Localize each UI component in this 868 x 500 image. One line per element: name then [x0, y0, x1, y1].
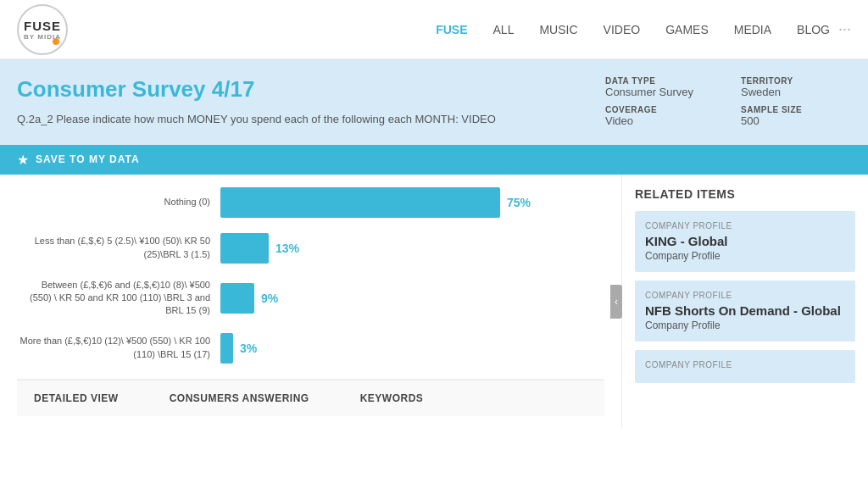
meta-territory-value: Sweden — [741, 86, 843, 98]
related-card-0-title: KING - Global — [645, 234, 845, 248]
meta-sample-size: SAMPLE SIZE 500 — [741, 105, 843, 127]
save-bar[interactable]: ★ SAVE TO MY DATA — [0, 145, 868, 175]
bar-2 — [220, 283, 254, 314]
nav-item-blog[interactable]: BLOG — [797, 23, 830, 36]
nav-item-media[interactable]: MEDIA — [734, 23, 771, 36]
related-card-1-type: COMPANY PROFILE — [645, 291, 845, 300]
bar-container-3: 3% — [220, 333, 604, 364]
chart-label-2: Between (£,$,€)6 and (£,$,€)10 (8)\ ¥500… — [17, 279, 220, 318]
tab-keywords[interactable]: KEYWORDS — [360, 392, 424, 404]
related-card-1-title: NFB Shorts On Demand - Global — [645, 303, 845, 318]
chart-area: Nothing (0) 75% Less than (£,$,€) 5 (2.5… — [0, 175, 622, 429]
bar-pct-3: 3% — [240, 342, 257, 355]
meta-territory-label: TERRITORY — [741, 76, 843, 86]
bar-container-1: 13% — [220, 233, 604, 264]
chart-label-0: Nothing (0) — [17, 196, 220, 208]
meta-coverage-value: Video — [605, 114, 707, 127]
nav-item-games[interactable]: GAMES — [665, 23, 709, 36]
logo-dot — [53, 38, 59, 45]
bar-container-0: 75% — [220, 187, 604, 218]
chart-label-3: More than (£,$,€)10 (12)\ ¥500 (550) \ K… — [17, 335, 220, 361]
related-card-2-type: COMPANY PROFILE — [645, 360, 845, 369]
main-content: Nothing (0) 75% Less than (£,$,€) 5 (2.5… — [0, 175, 868, 429]
nav-item-all[interactable]: ALL — [493, 23, 515, 36]
main-nav: FUSE ALL MUSIC VIDEO GAMES MEDIA BLOG — [436, 23, 830, 36]
logo[interactable]: FUSE BY MIDIA — [17, 4, 68, 55]
nav-item-fuse[interactable]: FUSE — [436, 23, 467, 36]
tab-detailed-view[interactable]: DETAILED VIEW — [34, 392, 119, 404]
star-icon: ★ — [17, 152, 29, 168]
survey-band: Consumer Survey 4/17 Q.2a_2 Please indic… — [0, 59, 868, 145]
related-items-title: RELATED ITEMS — [635, 187, 855, 201]
survey-title: Consumer Survey 4/17 — [17, 76, 496, 103]
chart-row-0: Nothing (0) 75% — [17, 187, 604, 218]
bar-pct-1: 13% — [275, 242, 299, 255]
related-card-0[interactable]: COMPANY PROFILE KING - Global Company Pr… — [635, 211, 855, 272]
meta-territory: TERRITORY Sweden — [741, 76, 843, 98]
bottom-tabs: DETAILED VIEW CONSUMERS ANSWERING KEYWOR… — [17, 379, 604, 416]
sidebar: ‹ RELATED ITEMS COMPANY PROFILE KING - G… — [622, 175, 868, 429]
chart-label-1: Less than (£,$,€) 5 (2.5)\ ¥100 (50)\ KR… — [17, 235, 220, 261]
chart-row-3: More than (£,$,€)10 (12)\ ¥500 (550) \ K… — [17, 333, 604, 364]
survey-meta: DATA TYPE Consumer Survey TERRITORY Swed… — [605, 76, 843, 127]
bar-container-2: 9% — [220, 283, 604, 314]
meta-data-type-label: DATA TYPE — [605, 76, 707, 86]
header: FUSE BY MIDIA FUSE ALL MUSIC VIDEO GAMES… — [0, 0, 868, 59]
meta-sample-size-value: 500 — [741, 114, 843, 127]
related-card-1-sub: Company Profile — [645, 319, 845, 331]
related-card-0-sub: Company Profile — [645, 250, 845, 262]
meta-data-type: DATA TYPE Consumer Survey — [605, 76, 707, 98]
meta-data-type-value: Consumer Survey — [605, 86, 707, 98]
bar-3 — [220, 333, 233, 364]
related-card-1[interactable]: COMPANY PROFILE NFB Shorts On Demand - G… — [635, 281, 855, 342]
meta-coverage-label: COVERAGE — [605, 105, 707, 114]
related-card-0-type: COMPANY PROFILE — [645, 221, 845, 231]
bar-pct-2: 9% — [261, 292, 278, 305]
bar-0 — [220, 187, 500, 218]
logo-circle: FUSE BY MIDIA — [17, 4, 68, 55]
survey-question: Q.2a_2 Please indicate how much MONEY yo… — [17, 111, 496, 128]
meta-sample-size-label: SAMPLE SIZE — [741, 105, 843, 114]
bar-pct-0: 75% — [507, 196, 531, 209]
nav-item-video[interactable]: VIDEO — [604, 23, 641, 36]
bar-1 — [220, 233, 269, 264]
related-card-2[interactable]: COMPANY PROFILE — [635, 350, 855, 383]
chart-row-2: Between (£,$,€)6 and (£,$,€)10 (8)\ ¥500… — [17, 279, 604, 318]
save-label: SAVE TO MY DATA — [36, 153, 140, 165]
meta-coverage: COVERAGE Video — [605, 105, 707, 127]
logo-fuse-text: FUSE — [24, 19, 61, 33]
nav-overflow-dots[interactable]: ··· — [838, 20, 851, 38]
sidebar-collapse-button[interactable]: ‹ — [610, 285, 622, 319]
nav-item-music[interactable]: MUSIC — [539, 23, 577, 36]
survey-left: Consumer Survey 4/17 Q.2a_2 Please indic… — [17, 76, 496, 128]
tab-consumers-answering[interactable]: CONSUMERS ANSWERING — [170, 392, 309, 404]
chart-row-1: Less than (£,$,€) 5 (2.5)\ ¥100 (50)\ KR… — [17, 233, 604, 264]
